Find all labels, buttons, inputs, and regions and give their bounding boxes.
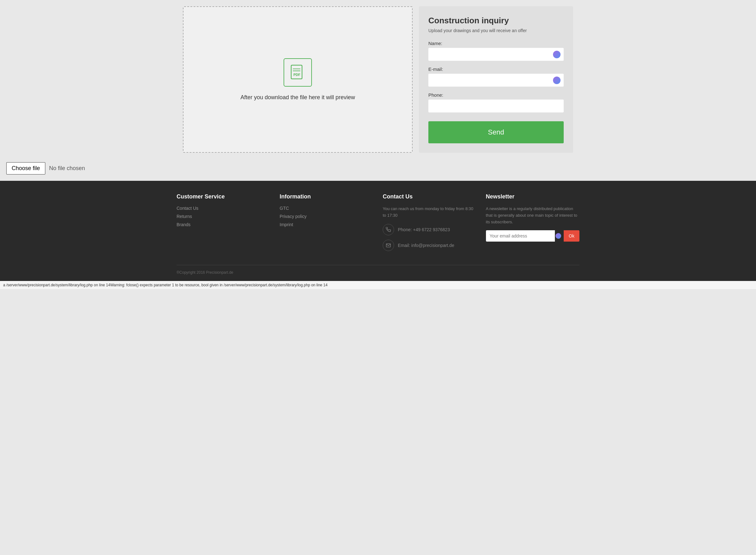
footer-link-privacy[interactable]: Privacy policy: [280, 214, 374, 219]
newsletter-email-input[interactable]: [486, 230, 555, 242]
email-icon: [383, 240, 394, 251]
upload-preview-text: After you download the file here it will…: [240, 94, 355, 101]
footer-information: Information GTC Privacy policy Imprint: [280, 194, 374, 255]
footer-customer-service: Customer Service Contact Us Returns Bran…: [177, 194, 270, 255]
name-field-group: Name:: [428, 41, 564, 61]
phone-contact-item: Phone: +49 6722 9376823: [383, 224, 476, 235]
newsletter-ok-button[interactable]: Ok: [564, 230, 579, 242]
pdf-icon: PDF: [290, 65, 305, 80]
phone-number: Phone: +49 6722 9376823: [398, 227, 450, 232]
file-input-row: Choose file No file chosen: [0, 159, 756, 181]
contact-us-title: Contact Us: [383, 194, 476, 200]
footer-link-imprint[interactable]: Imprint: [280, 222, 374, 227]
phone-field-group: Phone:: [428, 92, 564, 113]
inquiry-form: Construction inquiry Upload your drawing…: [419, 6, 573, 153]
footer-link-contact-us[interactable]: Contact Us: [177, 206, 270, 211]
svg-text:PDF: PDF: [293, 73, 300, 77]
upload-icon-container: PDF: [284, 58, 312, 87]
footer-link-brands[interactable]: Brands: [177, 222, 270, 227]
newsletter-input-row: Ok: [486, 230, 580, 242]
email-address: Email: info@precisionpart.de: [398, 243, 454, 248]
newsletter-title: Newsletter: [486, 194, 580, 200]
footer-contact-us: Contact Us You can reach us from monday …: [383, 194, 476, 255]
send-button[interactable]: Send: [428, 121, 564, 143]
form-subtitle: Upload your drawings and you will receiv…: [428, 28, 564, 33]
footer-copyright: ®Copyright 2016 Precisionpart.de: [177, 265, 579, 275]
no-file-chosen-text: No file chosen: [49, 165, 85, 172]
phone-input[interactable]: [428, 99, 564, 113]
email-label: E-mail:: [428, 67, 564, 72]
information-title: Information: [280, 194, 374, 200]
warning-bar: a /server/www/precisionpart.de/system/li…: [0, 281, 756, 289]
form-title: Construction inquiry: [428, 16, 564, 26]
upload-dropzone[interactable]: PDF After you download the file here it …: [183, 6, 413, 153]
phone-label: Phone:: [428, 92, 564, 98]
password-manager-icon-name: [553, 51, 561, 58]
footer-link-gtc[interactable]: GTC: [280, 206, 374, 211]
footer-newsletter: Newsletter A newsletter is a regularly d…: [486, 194, 580, 255]
password-manager-icon-email: [553, 77, 561, 84]
phone-icon: [383, 224, 394, 235]
contact-description: You can reach us from monday to friday f…: [383, 206, 476, 219]
choose-file-button[interactable]: Choose file: [6, 162, 45, 174]
warning-text: a /server/www/precisionpart.de/system/li…: [3, 283, 328, 287]
customer-service-title: Customer Service: [177, 194, 270, 200]
password-manager-icon-newsletter: [556, 233, 561, 239]
footer-link-returns[interactable]: Returns: [177, 214, 270, 219]
email-input[interactable]: [428, 74, 564, 87]
email-field-group: E-mail:: [428, 67, 564, 87]
name-label: Name:: [428, 41, 564, 46]
name-input[interactable]: [428, 48, 564, 61]
newsletter-description: A newsletter is a regularly distributed …: [486, 206, 580, 225]
footer: Customer Service Contact Us Returns Bran…: [0, 181, 756, 281]
email-contact-item: Email: info@precisionpart.de: [383, 240, 476, 251]
svg-rect-0: [291, 65, 302, 79]
